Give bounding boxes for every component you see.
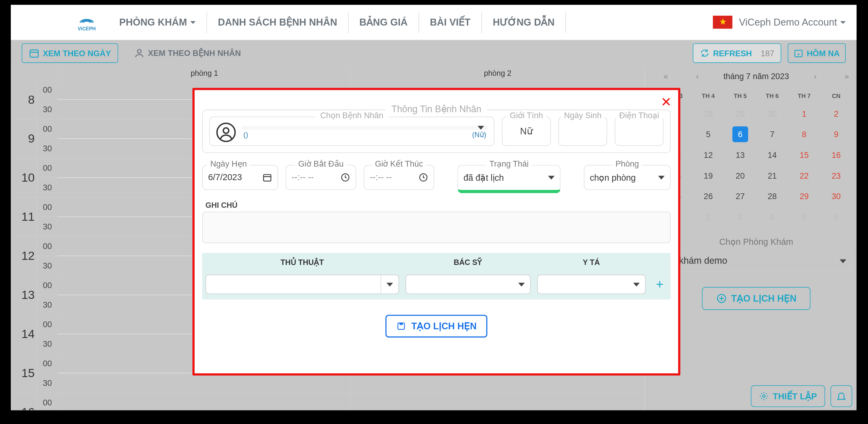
cal-day[interactable]: 1 [788, 103, 820, 124]
settings-button[interactable]: THIẾT LẬP [750, 385, 825, 407]
clock-icon [418, 173, 428, 182]
close-icon[interactable]: ✕ [661, 94, 672, 110]
minute-label: 00 [37, 315, 57, 334]
th-procedure: THỦ THUẬT [202, 253, 402, 271]
view-by-day-tab[interactable]: XEM THEO NGÀY [22, 43, 118, 63]
chevron-down-icon [658, 176, 665, 179]
nav-danh-sach-benh-nhan[interactable]: DANH SÁCH BỆNH NHÂN [207, 11, 348, 33]
nav-phong-kham[interactable]: PHÒNG KHÁM [108, 11, 207, 33]
mini-calendar: TH 3TH 4TH 5TH 6TH 7CN272829301245678911… [660, 89, 852, 227]
hour-label: 11 [11, 198, 37, 236]
cal-dow: CN [820, 89, 852, 103]
notifications-button[interactable] [831, 385, 852, 407]
cal-day[interactable]: 8 [788, 123, 820, 144]
minute-label: 30 [37, 373, 57, 392]
cal-day[interactable]: 9 [820, 123, 852, 144]
cal-day[interactable]: 29 [788, 186, 820, 206]
nurse-select[interactable] [537, 275, 646, 294]
cal-day[interactable]: 26 [692, 186, 724, 206]
chevron-down-icon [548, 176, 555, 180]
view-by-patient-tab[interactable]: XEM THEO BỆNH NHÂN [127, 43, 248, 63]
nav-bai-viet[interactable]: BÀI VIẾT [419, 11, 482, 33]
cal-day[interactable]: 12 [692, 144, 724, 165]
appointment-date-field[interactable]: Ngày Hẹn 6/7/2023 [202, 165, 278, 190]
create-appointment-button[interactable]: TẠO LỊCH HẸN [702, 287, 810, 310]
select-clinic-label: Chọn Phòng Khám [660, 237, 852, 247]
room-header-2: phòng 2 [351, 67, 645, 80]
cal-day[interactable]: 2 [692, 206, 724, 227]
cal-day[interactable]: 20 [724, 165, 756, 186]
cal-day[interactable]: 6 [820, 206, 852, 227]
calendar-nav: « ‹ tháng 7 năm 2023 › » [660, 66, 852, 86]
doctor-select[interactable] [405, 275, 530, 294]
nav-bang-gia[interactable]: BẢNG GIÁ [349, 11, 419, 33]
svg-rect-0 [30, 50, 38, 57]
minute-label: 00 [37, 354, 57, 373]
cal-next-month[interactable]: › [810, 71, 820, 81]
status-field[interactable]: Trạng Thái đã đặt lịch [458, 165, 560, 193]
cal-day[interactable]: 16 [820, 144, 852, 165]
minute-label: 30 [37, 217, 57, 236]
cal-day[interactable]: 30 [820, 186, 852, 206]
cal-day[interactable]: 4 [756, 206, 788, 227]
cal-day[interactable]: 19 [692, 165, 724, 186]
patient-info-fieldset: Thông Tin Bệnh Nhân Chọn Bệnh Nhân () (N… [202, 110, 671, 153]
chevron-down-icon [633, 282, 640, 286]
cal-day[interactable]: 14 [756, 144, 788, 165]
minute-label: 00 [37, 393, 57, 411]
add-row-button[interactable]: + [652, 277, 668, 292]
cal-day[interactable]: 29 [724, 103, 756, 124]
submit-create-appointment-button[interactable]: TẠO LỊCH HẸN [385, 315, 488, 338]
cal-day[interactable]: 30 [756, 103, 788, 124]
cal-day[interactable]: 28 [692, 103, 724, 124]
cal-day[interactable]: 15 [788, 144, 820, 165]
grid-cell[interactable] [58, 393, 351, 411]
svg-point-8 [762, 395, 765, 397]
nav-huong-dan[interactable]: HƯỚNG DẪN [482, 11, 566, 33]
select-patient-field: Chọn Bệnh Nhân () (Nữ) [209, 117, 494, 146]
cal-day[interactable]: 5 [692, 123, 724, 144]
gear-icon [759, 391, 768, 401]
chevron-down-icon [518, 282, 525, 286]
cal-day[interactable]: 7 [756, 123, 788, 144]
logo[interactable]: ViCEPH [70, 13, 103, 31]
cal-day[interactable]: 2 [820, 103, 852, 124]
grid-cell[interactable] [351, 393, 645, 411]
svg-point-10 [223, 128, 229, 133]
cal-dow: TH 7 [788, 89, 820, 103]
hour-label: 16 [11, 393, 37, 411]
minute-label: 00 [37, 80, 57, 100]
cal-day[interactable]: 3 [724, 206, 756, 227]
view-switch-bar: XEM THEO NGÀY XEM THEO BỆNH NHÂN REFRESH… [11, 40, 857, 66]
select-patient-dropdown[interactable] [241, 126, 488, 130]
note-label: GHI CHÚ [206, 201, 671, 209]
room-field[interactable]: Phòng chọn phòng [584, 165, 671, 190]
room-header-1: phòng 1 [58, 67, 351, 80]
cal-day[interactable]: 27 [724, 186, 756, 206]
procedure-select[interactable] [206, 275, 399, 294]
cal-day[interactable]: 23 [820, 165, 852, 186]
cal-next-year[interactable]: » [841, 71, 852, 81]
account-menu[interactable]: ViCeph Demo Account [739, 17, 851, 28]
cal-day[interactable]: 28 [756, 186, 788, 206]
cal-day[interactable]: 21 [756, 165, 788, 186]
cal-prev-month[interactable]: ‹ [692, 71, 703, 81]
minute-label: 00 [37, 237, 57, 256]
flag-vietnam-icon[interactable]: ★ [713, 16, 733, 29]
svg-point-2 [137, 50, 141, 53]
refresh-button[interactable]: REFRESH 187 [693, 43, 781, 63]
bell-icon [836, 391, 847, 401]
gender-value: Nữ [520, 126, 533, 137]
cal-day[interactable]: 22 [788, 165, 820, 186]
gender-field: Giới Tính Nữ [502, 117, 551, 146]
patient-info-title: Thông Tin Bệnh Nhân [386, 104, 487, 115]
today-button[interactable]: HÔM NA [788, 43, 846, 63]
cal-day[interactable]: 13 [724, 144, 756, 165]
end-time-field[interactable]: Giờ Kết Thúc --:-- -- [364, 165, 434, 190]
note-textarea[interactable] [202, 212, 671, 243]
cal-day[interactable]: 5 [788, 206, 820, 227]
cal-day[interactable]: 6 [724, 123, 756, 144]
cal-prev-year[interactable]: « [660, 71, 671, 81]
select-clinic-dropdown[interactable]: ng khám demo [660, 250, 852, 272]
start-time-field[interactable]: Giờ Bắt Đầu --:-- -- [286, 165, 356, 190]
